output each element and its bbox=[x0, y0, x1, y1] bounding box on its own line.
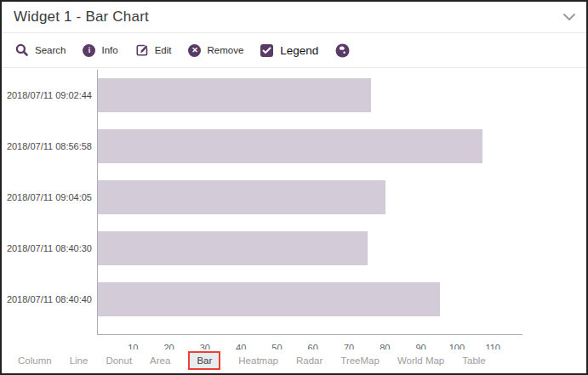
tab-bar[interactable]: Bar bbox=[188, 351, 220, 370]
tab-donut[interactable]: Donut bbox=[106, 355, 132, 366]
remove-button[interactable]: ✕ Remove bbox=[188, 44, 243, 57]
legend-label: Legend bbox=[280, 44, 318, 57]
x-tick-label: 100 bbox=[449, 343, 465, 349]
x-tick-label: 110 bbox=[485, 343, 500, 349]
chart-row: 2018/07/11 08:40:40 bbox=[2, 274, 586, 325]
bar[interactable] bbox=[98, 282, 440, 316]
x-tick-label: 60 bbox=[308, 343, 318, 349]
x-tick-label: 80 bbox=[380, 343, 390, 349]
globe-icon bbox=[335, 43, 350, 58]
edit-button[interactable]: Edit bbox=[135, 43, 172, 57]
x-tick-label: 30 bbox=[200, 343, 210, 349]
widget-window: Widget 1 - Bar Chart Search i Info bbox=[0, 0, 588, 375]
tab-treemap[interactable]: TreeMap bbox=[340, 355, 380, 366]
title-bar: Widget 1 - Bar Chart bbox=[2, 2, 586, 33]
bar-track bbox=[98, 129, 586, 163]
info-button[interactable]: i Info bbox=[83, 44, 117, 57]
chevron-down-icon[interactable] bbox=[562, 13, 576, 21]
toolbar: Search i Info Edit ✕ Remove bbox=[2, 33, 586, 68]
remove-icon: ✕ bbox=[188, 44, 201, 57]
globe-button[interactable] bbox=[335, 43, 350, 58]
x-tick-label: 70 bbox=[344, 343, 354, 349]
bar-track bbox=[98, 180, 586, 214]
x-tick-label: 20 bbox=[163, 343, 174, 349]
bar-track bbox=[98, 282, 586, 316]
edit-icon bbox=[135, 43, 149, 57]
chart-row: 2018/07/11 09:02:44 bbox=[2, 70, 586, 121]
bar[interactable] bbox=[98, 180, 385, 214]
chart-row: 2018/07/11 09:04:05 bbox=[2, 172, 586, 223]
tab-area[interactable]: Area bbox=[150, 355, 170, 366]
y-axis-label: 2018/07/11 09:02:44 bbox=[2, 90, 92, 100]
x-tick-label: 40 bbox=[236, 343, 246, 349]
legend-checkbox[interactable] bbox=[260, 44, 273, 57]
search-button[interactable]: Search bbox=[15, 43, 66, 57]
y-axis-label: 2018/07/11 08:56:58 bbox=[2, 141, 92, 151]
bar-track bbox=[98, 231, 586, 265]
chart-row: 2018/07/11 08:40:30 bbox=[2, 223, 586, 274]
legend-toggle[interactable]: Legend bbox=[260, 44, 318, 57]
tab-column[interactable]: Column bbox=[18, 355, 52, 366]
bar[interactable] bbox=[98, 129, 482, 163]
bar[interactable] bbox=[98, 231, 368, 265]
chart-row: 2018/07/11 08:56:58 bbox=[2, 121, 586, 172]
x-tick-label: 50 bbox=[271, 343, 282, 349]
tab-radar[interactable]: Radar bbox=[296, 355, 323, 366]
page-title: Widget 1 - Bar Chart bbox=[14, 9, 149, 26]
edit-label: Edit bbox=[155, 45, 172, 55]
tab-heatmap[interactable]: Heatmap bbox=[238, 355, 278, 366]
x-tick-label: 10 bbox=[128, 343, 138, 349]
y-axis-label: 2018/07/11 08:40:30 bbox=[2, 243, 92, 253]
y-axis-label: 2018/07/11 09:04:05 bbox=[2, 192, 92, 202]
remove-label: Remove bbox=[207, 45, 243, 55]
y-axis-label: 2018/07/11 08:40:40 bbox=[2, 294, 92, 304]
search-label: Search bbox=[35, 45, 66, 55]
info-icon: i bbox=[83, 44, 95, 57]
y-axis-line bbox=[97, 70, 98, 334]
bar[interactable] bbox=[98, 78, 371, 112]
chart-type-tabbar: ColumnLineDonutAreaBarHeatmapRadarTreeMa… bbox=[2, 349, 586, 372]
tab-table[interactable]: Table bbox=[462, 355, 486, 366]
tab-line[interactable]: Line bbox=[70, 355, 88, 366]
x-tick-label: 90 bbox=[415, 343, 425, 349]
bar-track bbox=[98, 78, 586, 112]
info-label: Info bbox=[101, 45, 117, 55]
bar-chart: 2018/07/11 09:02:442018/07/11 08:56:5820… bbox=[2, 68, 586, 349]
tab-world-map[interactable]: World Map bbox=[397, 355, 444, 366]
chart-rows: 2018/07/11 09:02:442018/07/11 08:56:5820… bbox=[2, 70, 586, 325]
x-axis-line bbox=[97, 334, 522, 335]
search-icon bbox=[15, 43, 29, 57]
